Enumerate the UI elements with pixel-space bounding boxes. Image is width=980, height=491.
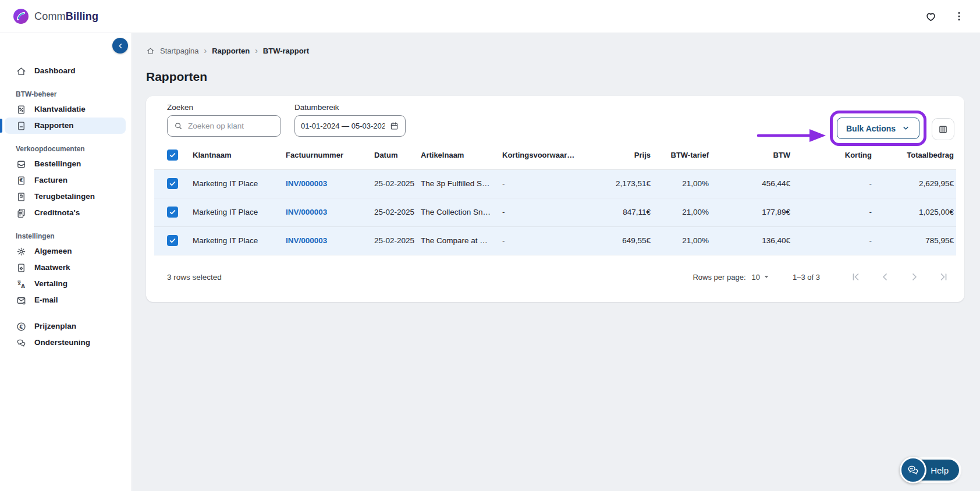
sidebar-item-creditnotas[interactable]: Creditnota's bbox=[0, 205, 132, 221]
row-checkbox[interactable] bbox=[167, 178, 178, 189]
kebab-icon bbox=[953, 10, 965, 22]
sidebar-section-verkoopdocumenten: Verkoopdocumenten bbox=[16, 143, 132, 155]
search-field-group: Zoeken bbox=[167, 103, 281, 137]
support-chat-icon bbox=[16, 337, 27, 348]
sidebar-item-klantvalidatie[interactable]: Klantvalidatie bbox=[0, 101, 132, 118]
date-field-group: Datumbereik 01-01-2024 — 05-03-202 bbox=[294, 103, 406, 137]
invoice-link[interactable]: INV/000003 bbox=[286, 179, 327, 188]
breadcrumb-separator: › bbox=[255, 46, 258, 55]
sidebar-item-maatwerk[interactable]: Maatwerk bbox=[0, 259, 132, 276]
column-header-datum[interactable]: Datum bbox=[372, 141, 418, 169]
sidebar-item-vertaling[interactable]: xA Vertaling bbox=[0, 276, 132, 292]
check-icon bbox=[169, 151, 176, 159]
invoice-link[interactable]: INV/000003 bbox=[286, 236, 327, 245]
report-card: Zoeken Datumbereik 01-01-2024 — 05-03-20… bbox=[146, 96, 964, 302]
chevron-left-icon bbox=[879, 271, 891, 283]
euro-circle-icon: € bbox=[16, 321, 27, 332]
cell-totaalbedrag: 1,025,00€ bbox=[874, 198, 956, 226]
date-range-label: Datumbereik bbox=[294, 103, 406, 112]
cell-datum: 25-02-2025 bbox=[372, 226, 418, 255]
report-table: Klantnaam Factuurnummer Datum Artikelnaa… bbox=[154, 141, 956, 255]
table-row: Marketing IT Place INV/000003 25-02-2025… bbox=[154, 226, 956, 255]
sidebar-item-label: Bestellingen bbox=[34, 156, 81, 172]
sidebar-item-bestellingen[interactable]: Bestellingen bbox=[0, 156, 132, 172]
translate-icon: xA bbox=[16, 279, 27, 290]
cell-prijs: 649,55€ bbox=[587, 226, 653, 255]
breadcrumb-item-rapporten[interactable]: Rapporten bbox=[212, 47, 250, 55]
rows-per-page-select[interactable]: 10 bbox=[752, 273, 770, 282]
svg-text:€: € bbox=[19, 323, 23, 329]
report-icon bbox=[16, 120, 27, 131]
invoice-euro-icon: € bbox=[16, 175, 27, 186]
favorites-button[interactable] bbox=[925, 10, 937, 23]
column-header-factuurnummer[interactable]: Factuurnummer bbox=[283, 141, 372, 169]
page-title: Rapporten bbox=[146, 70, 980, 84]
sidebar-section-btw-beheer: BTW-beheer bbox=[16, 88, 132, 100]
calendar-icon bbox=[389, 121, 399, 131]
last-page-button[interactable] bbox=[932, 271, 955, 283]
cell-artikelnaam: The Collection Sn… bbox=[418, 198, 500, 226]
rows-per-page-value: 10 bbox=[752, 273, 760, 282]
caret-down-icon bbox=[762, 273, 770, 281]
column-header-totaalbedrag[interactable]: Totaalbedrag bbox=[874, 141, 956, 169]
sidebar-item-prijzenplan[interactable]: € Prijzenplan bbox=[0, 318, 132, 335]
refund-receipt-icon bbox=[16, 191, 27, 202]
row-checkbox[interactable] bbox=[167, 207, 178, 218]
sidebar-item-algemeen[interactable]: Algemeen bbox=[0, 243, 132, 259]
search-input[interactable] bbox=[188, 122, 275, 130]
brand-logo[interactable]: CommBilling bbox=[13, 8, 98, 24]
sidebar-nav: Dashboard BTW-beheer Klantvalidatie Rapp… bbox=[0, 33, 132, 351]
mail-icon bbox=[16, 295, 27, 306]
cell-datum: 25-02-2025 bbox=[372, 198, 418, 226]
previous-page-button[interactable] bbox=[874, 271, 897, 283]
sidebar-item-rapporten[interactable]: Rapporten bbox=[5, 118, 126, 134]
bulk-actions-button[interactable]: Bulk Actions bbox=[837, 118, 919, 139]
sidebar-item-label: Klantvalidatie bbox=[34, 101, 86, 118]
sidebar-item-terugbetalingen[interactable]: Terugbetalingen bbox=[0, 188, 132, 205]
app-root: { "topbar": { "brand_prefix": "Comm", "b… bbox=[0, 0, 980, 491]
heart-icon bbox=[925, 10, 937, 23]
column-header-klantnaam[interactable]: Klantnaam bbox=[190, 141, 283, 169]
cell-klantnaam: Marketing IT Place bbox=[190, 169, 283, 198]
column-header-prijs[interactable]: Prijs bbox=[587, 141, 653, 169]
cell-prijs: 2,173,51€ bbox=[587, 169, 653, 198]
sidebar-collapse-button[interactable] bbox=[112, 38, 128, 54]
cell-kortingsvoorwaarden: - bbox=[500, 198, 587, 226]
column-header-btw-tarief[interactable]: BTW-tarief bbox=[653, 141, 711, 169]
help-button[interactable]: Help bbox=[903, 460, 959, 481]
sidebar-item-dashboard[interactable]: Dashboard bbox=[0, 63, 132, 79]
sidebar-section-instellingen: Instellingen bbox=[16, 230, 132, 242]
sidebar-item-facturen[interactable]: € Facturen bbox=[0, 172, 132, 188]
sidebar-item-label: Maatwerk bbox=[34, 259, 70, 276]
cell-datum: 25-02-2025 bbox=[372, 169, 418, 198]
overflow-menu-button[interactable] bbox=[953, 10, 965, 22]
sidebar-item-label: Creditnota's bbox=[34, 205, 80, 221]
next-page-button[interactable] bbox=[903, 271, 926, 283]
column-header-artikelnaam[interactable]: Artikelnaam bbox=[418, 141, 500, 169]
sidebar-item-ondersteuning[interactable]: Ondersteuning bbox=[0, 335, 132, 351]
first-page-button[interactable] bbox=[844, 271, 868, 283]
last-page-icon bbox=[938, 271, 949, 283]
breadcrumb-separator: › bbox=[204, 46, 207, 55]
table-header-row: Klantnaam Factuurnummer Datum Artikelnaa… bbox=[154, 141, 956, 169]
home-icon bbox=[16, 66, 27, 77]
commbilling-logo-icon bbox=[13, 8, 29, 24]
sidebar-item-email[interactable]: E-mail bbox=[0, 292, 132, 308]
search-icon bbox=[173, 121, 183, 131]
sidebar: Dashboard BTW-beheer Klantvalidatie Rapp… bbox=[0, 33, 132, 491]
sidebar-item-label: Prijzenplan bbox=[34, 318, 76, 335]
svg-text:€: € bbox=[19, 177, 23, 183]
chevron-right-icon bbox=[908, 271, 920, 283]
sidebar-item-label: Ondersteuning bbox=[34, 335, 90, 351]
column-header-korting[interactable]: Korting bbox=[793, 141, 874, 169]
row-checkbox[interactable] bbox=[167, 235, 178, 246]
select-all-checkbox[interactable] bbox=[167, 150, 178, 161]
cell-btw-tarief: 21,00% bbox=[653, 226, 711, 255]
column-settings-button[interactable] bbox=[932, 118, 954, 140]
column-header-kortingsvoorwaarden[interactable]: Kortingsvoorwaar… bbox=[500, 141, 587, 169]
breadcrumb-item-startpagina[interactable]: Startpagina bbox=[160, 47, 199, 55]
date-range-input[interactable]: 01-01-2024 — 05-03-202 bbox=[294, 115, 406, 137]
cell-btw: 177,89€ bbox=[711, 198, 793, 226]
column-header-btw[interactable]: BTW bbox=[711, 141, 793, 169]
invoice-link[interactable]: INV/000003 bbox=[286, 208, 327, 216]
